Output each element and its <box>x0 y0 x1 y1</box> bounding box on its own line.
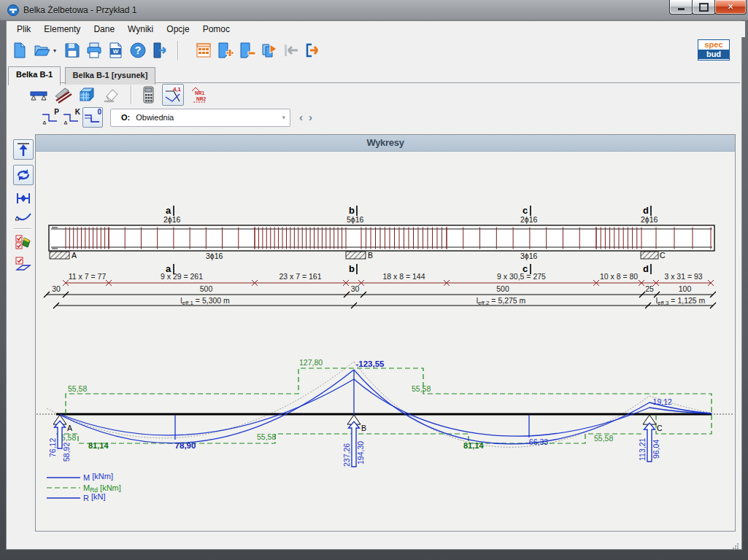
diagrams-button[interactable]: 4,1 <box>162 84 184 106</box>
diagram-options-button[interactable] <box>13 254 34 274</box>
print-icon[interactable] <box>84 41 104 61</box>
maximize-icon <box>699 3 709 12</box>
toolbar-separator <box>131 85 132 104</box>
app-icon <box>7 4 19 16</box>
menu-pomoc[interactable]: Pomoc <box>196 21 236 37</box>
menu-dane[interactable]: Dane <box>87 21 121 37</box>
deflection-button[interactable] <box>13 206 34 227</box>
effective-length-dims: leff,1 = 5,300 mleff,2 = 5,275 mleff,3 =… <box>53 296 716 308</box>
moment-value-label: 66,33 <box>529 438 548 446</box>
mrd-value-label: 55,58 <box>68 384 87 393</box>
save-icon[interactable] <box>62 41 82 61</box>
dimension-lines: 11 x 7 = 779 x 29 = 26123 x 7 = 16118 x … <box>44 272 716 308</box>
section-letter: d <box>643 205 649 216</box>
tab-bar: Belka B-1 Belka B-1 [rysunek] <box>8 66 740 83</box>
close-button[interactable]: ✕ <box>714 0 747 15</box>
bottom-rebar-label: 3ϕ16 <box>206 252 223 260</box>
load-cases-icon[interactable]: NR1NR2 <box>188 85 208 105</box>
stirrup-dim-label: 9 x 30,5 = 275 <box>497 272 546 281</box>
fit-view-button[interactable] <box>13 139 34 160</box>
moment-value-labels: 55,58127,8055,5855,5881,1455,5881,1455,5… <box>57 358 672 450</box>
title-bar: Belka Żelbetowa - Przykład 1 ✕ <box>0 0 748 20</box>
exit-icon[interactable] <box>150 41 169 61</box>
diagram-badge: 4,1 <box>173 86 182 93</box>
reaction-value: 113,21 <box>638 438 647 461</box>
menu-opcje[interactable]: Opcje <box>160 21 196 37</box>
leff-dim-label: leff,1 = 5,300 m <box>180 296 230 306</box>
add-element-icon[interactable] <box>215 41 235 61</box>
display-options-button[interactable] <box>13 232 34 252</box>
next-case-button[interactable]: › <box>306 111 315 123</box>
toolbar-separator <box>14 228 31 230</box>
span-dims: 305003050025100 <box>44 284 716 298</box>
diagram-p-icon[interactable]: P <box>40 108 60 128</box>
support-hatch <box>346 252 366 259</box>
export-word-icon[interactable]: W <box>106 41 126 61</box>
panel-title: Wykresy <box>36 135 735 152</box>
mrd-value-label: 55,58 <box>257 432 276 441</box>
moment-value-label: -19,12 <box>650 397 672 406</box>
nr2-badge: NR2 <box>196 96 206 101</box>
refresh-view-button[interactable] <box>13 165 34 185</box>
diagram-o-letter: 0 <box>97 108 101 116</box>
menu-wyniki[interactable]: Wyniki <box>121 21 160 37</box>
beam-diagram-svg: ABC aa2ϕ163ϕ16bb5ϕ16cc2ϕ163ϕ16dd2ϕ16 11 … <box>36 152 735 532</box>
stirrup-dim-label: 23 x 7 = 161 <box>279 272 321 281</box>
moment-value-label: 78,90 <box>175 441 196 450</box>
combo-caret-icon[interactable]: ▾ <box>282 114 285 121</box>
stirrup-dim-label: 10 x 8 = 80 <box>600 272 638 281</box>
beam-scheme-icon[interactable] <box>28 85 48 105</box>
maximize-button[interactable] <box>692 0 716 15</box>
resize-grip[interactable] <box>732 540 739 547</box>
stirrup-dim-label: 9 x 29 = 261 <box>161 272 203 281</box>
menu-elementy[interactable]: Elementy <box>37 21 87 37</box>
logo-top-text: spec <box>698 40 729 50</box>
moment-curve <box>60 370 354 443</box>
eraser-icon[interactable] <box>101 85 120 105</box>
help-icon[interactable]: ? <box>128 41 147 61</box>
specbud-logo: spec bud <box>698 39 730 61</box>
menu-plik[interactable]: Plik <box>10 21 37 37</box>
envelope-dotted-curve <box>47 362 354 438</box>
section-letter: a <box>166 205 171 216</box>
diagram-envelope-button[interactable]: 0 <box>82 107 103 128</box>
envelope-combobox[interactable]: O: Obwiednia ▾ <box>110 109 290 127</box>
prev-case-button[interactable]: ‹ <box>296 111 306 123</box>
reaction-value: 237,26 <box>342 443 351 467</box>
moment-curve <box>354 370 712 444</box>
undo-icon[interactable] <box>281 41 301 61</box>
stirrup-spacing-dims: 11 x 7 = 779 x 29 = 26123 x 7 = 16118 x … <box>63 272 714 286</box>
reinforcement-icon[interactable] <box>53 85 72 105</box>
delete-element-icon[interactable] <box>237 41 257 61</box>
beam-supports: ABC <box>50 251 666 260</box>
diagram-k-icon[interactable]: K <box>61 108 81 128</box>
legend-label-m: M [kNm] <box>83 472 113 482</box>
diagram-k-letter: K <box>74 108 80 116</box>
mrd-value-label: 81,14 <box>463 441 484 450</box>
reaction-value: 58,92 <box>62 443 71 462</box>
spacing-button[interactable] <box>13 188 34 209</box>
copy-element-icon[interactable] <box>259 41 279 61</box>
nr1-badge: NR1 <box>195 90 204 96</box>
section-letter: b <box>349 205 355 216</box>
top-rebar-label: 2ϕ16 <box>163 215 181 224</box>
toolbar-separator <box>177 41 179 60</box>
moment-value-label: -123,55 <box>355 359 385 368</box>
diagram-legend: M [kNm] MRd [kNm] R [kN] <box>47 472 121 502</box>
result-toolbar: 4,1 NR1NR2 <box>7 83 748 106</box>
section-letter: d <box>643 263 649 274</box>
calculator-icon[interactable] <box>138 85 158 105</box>
element-table-icon[interactable] <box>193 41 213 61</box>
main-toolbar: ▾ W ? <box>7 37 744 63</box>
span-dim-label: 25 <box>645 284 654 293</box>
minimize-button[interactable] <box>669 0 693 15</box>
open-dropdown-caret-icon[interactable]: ▾ <box>53 47 61 54</box>
mrd-value-label: 127,80 <box>299 358 323 367</box>
export-element-icon[interactable] <box>303 41 323 61</box>
svg-text:?: ? <box>134 44 141 56</box>
stirrup-dim-label: 18 x 8 = 144 <box>382 272 425 281</box>
new-document-icon[interactable] <box>9 41 29 61</box>
view-3d-icon[interactable] <box>77 85 96 105</box>
open-file-icon[interactable] <box>31 41 51 61</box>
tab-belka-b1-rysunek[interactable]: Belka B-1 [rysunek] <box>65 67 156 85</box>
